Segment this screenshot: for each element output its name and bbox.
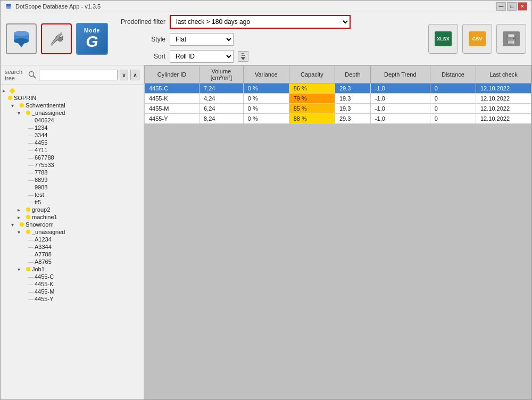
showroom-dot xyxy=(20,222,24,227)
tree-node-4455-C2[interactable]: — 4455-C xyxy=(1,273,144,280)
tree-node-job1[interactable]: ▾ Job1 xyxy=(1,265,144,273)
col-last-check[interactable]: Last check xyxy=(476,66,531,84)
tree-node-040624[interactable]: — 040624 xyxy=(1,116,144,124)
window-title: DotScope Database App - v1.3.5 xyxy=(15,3,101,10)
sort-direction-button[interactable] xyxy=(238,51,248,62)
minimize-button[interactable]: — xyxy=(496,2,506,11)
tree-node-775533[interactable]: — 775533 xyxy=(1,161,144,169)
tree-node-8899[interactable]: — 8899 xyxy=(1,176,144,184)
group2-dot xyxy=(26,207,30,212)
col-depth-trend[interactable]: Depth Trend xyxy=(370,66,430,84)
svg-point-5 xyxy=(14,38,29,44)
cell-last-check: 12.10.2022 xyxy=(476,114,531,124)
tree-node-A3344[interactable]: — A3344 xyxy=(1,243,144,251)
tree-node-4711[interactable]: — 4711 xyxy=(1,146,144,154)
col-cylinder-id[interactable]: Cylinder ID xyxy=(145,66,200,84)
sort-icon xyxy=(239,53,247,60)
cell-capacity: 86 % xyxy=(289,84,335,94)
tree-node-unassigned2[interactable]: ▾ _unassigned xyxy=(1,228,144,236)
tree-node-4455[interactable]: — 4455 xyxy=(1,139,144,146)
tree-node-schwentinental[interactable]: ▾ Schwentinental xyxy=(1,102,144,109)
tree-node-7788[interactable]: — 7788 xyxy=(1,169,144,176)
col-variance[interactable]: Variance xyxy=(243,66,289,84)
col-capacity[interactable]: Capacity xyxy=(289,66,335,84)
main-content: Cylinder ID Volume[cm²/m²] Variance Capa… xyxy=(144,65,531,400)
tree-node-1234[interactable]: — 1234 xyxy=(1,124,144,131)
close-button[interactable]: ✕ xyxy=(518,2,527,11)
cell-capacity: 88 % xyxy=(289,114,335,124)
csv-icon: CSV xyxy=(469,31,486,46)
tree-node-3344[interactable]: — 3344 xyxy=(1,131,144,139)
cell-variance: 0 % xyxy=(243,94,289,104)
svg-marker-7 xyxy=(18,43,24,47)
tree-node-tt5[interactable]: — tt5 xyxy=(1,198,144,206)
predefined-filter-row: Predefined filter last check > 180 days … xyxy=(118,15,419,29)
tools-icon xyxy=(47,29,66,48)
sort-label: Sort xyxy=(118,53,165,60)
search-input[interactable] xyxy=(39,70,118,80)
tree-node-showroom[interactable]: ▾ Showroom xyxy=(1,221,144,228)
col-depth[interactable]: Depth xyxy=(335,66,370,84)
cell-cylinder-id: 4455-Y xyxy=(145,114,200,124)
cell-volume: 4,24 xyxy=(200,94,244,104)
mode-g-button[interactable]: Mode G xyxy=(76,23,108,55)
tools-button[interactable] xyxy=(41,23,72,54)
svg-rect-12 xyxy=(508,34,514,37)
cell-depth-trend: -1,0 xyxy=(370,104,430,114)
print-icon xyxy=(503,31,520,46)
predefined-filter-select[interactable]: last check > 180 days ago last check > 9… xyxy=(170,15,351,29)
cell-capacity: 79 % xyxy=(289,94,335,104)
cell-volume: 8,24 xyxy=(200,114,244,124)
tree-node-root[interactable]: ▸ xyxy=(1,87,144,94)
tree-node-machine1[interactable]: ▸ machine1 xyxy=(1,213,144,221)
title-bar-left: DotScope Database App - v1.3.5 xyxy=(5,3,101,10)
table-row[interactable]: 4455-K 4,24 0 % 79 % 19.3 -1,0 0 12.10.2… xyxy=(145,94,531,104)
export-xlsx-button[interactable]: XLSX xyxy=(428,24,458,54)
csv-label: CSV xyxy=(472,36,483,41)
col-volume[interactable]: Volume[cm²/m²] xyxy=(200,66,244,84)
col-distance[interactable]: Distance xyxy=(430,66,476,84)
export-csv-button[interactable]: CSV xyxy=(462,24,492,54)
search-label: search tree xyxy=(5,69,26,81)
data-table-container: Cylinder ID Volume[cm²/m²] Variance Capa… xyxy=(144,65,531,124)
root-diamond xyxy=(9,88,15,94)
tree-node-A7788[interactable]: — A7788 xyxy=(1,251,144,258)
cell-volume: 6,24 xyxy=(200,104,244,114)
cell-distance: 0 xyxy=(430,94,476,104)
table-row[interactable]: 4455-C 7,24 0 % 86 % 29.3 -1,0 0 12.10.2… xyxy=(145,84,531,94)
cell-cylinder-id: 4455-C xyxy=(145,84,200,94)
database-button[interactable] xyxy=(6,23,37,54)
svg-rect-13 xyxy=(509,41,513,43)
main-toolbar: Mode G Predefined filter last check > 18… xyxy=(1,12,531,65)
maximize-button[interactable]: □ xyxy=(507,2,517,11)
sidebar: search tree ∨ ∧ ▸ SOPRIN ▾ Schwentinen xyxy=(1,65,144,400)
sort-filter-row: Sort Roll ID Last check Capacity Depth xyxy=(118,50,419,63)
tree-node-9988[interactable]: — 9988 xyxy=(1,184,144,191)
tree-node-667788[interactable]: — 667788 xyxy=(1,154,144,161)
tree-node-A8765[interactable]: — A8765 xyxy=(1,258,144,265)
tree-node-unassigned1[interactable]: ▾ _unassigned xyxy=(1,109,144,116)
table-row[interactable]: 4455-M 6,24 0 % 85 % 19.3 -1,0 0 12.10.2… xyxy=(145,104,531,114)
tree-node-4455-Y2[interactable]: — 4455-Y xyxy=(1,295,144,303)
table-header: Cylinder ID Volume[cm²/m²] Variance Capa… xyxy=(145,66,531,84)
xlsx-icon: XLSX xyxy=(435,31,452,46)
cell-distance: 0 xyxy=(430,104,476,114)
tree-node-test[interactable]: — test xyxy=(1,191,144,198)
tree-node-A1234[interactable]: — A1234 xyxy=(1,236,144,243)
table-row[interactable]: 4455-Y 8,24 0 % 88 % 29.3 -1,0 0 12.10.2… xyxy=(145,114,531,124)
title-bar-controls: — □ ✕ xyxy=(496,2,527,11)
cell-depth: 19.3 xyxy=(335,104,370,114)
cell-depth: 29.3 xyxy=(335,114,370,124)
tree-node-group2[interactable]: ▸ group2 xyxy=(1,206,144,213)
search-icon xyxy=(28,71,37,79)
style-select[interactable]: Flat Tree List xyxy=(170,33,234,46)
tree-node-4455-K2[interactable]: — 4455-K xyxy=(1,280,144,288)
print-button[interactable] xyxy=(496,24,526,54)
tree-node-4455-M2[interactable]: — 4455-M xyxy=(1,288,144,295)
toolbar-right: XLSX CSV xyxy=(428,24,526,54)
cell-volume: 7,24 xyxy=(200,84,244,94)
search-up-button[interactable]: ∧ xyxy=(130,70,139,80)
tree-node-soprin[interactable]: SOPRIN xyxy=(1,94,144,102)
sort-select[interactable]: Roll ID Last check Capacity Depth xyxy=(170,50,234,63)
search-down-button[interactable]: ∨ xyxy=(120,70,129,80)
